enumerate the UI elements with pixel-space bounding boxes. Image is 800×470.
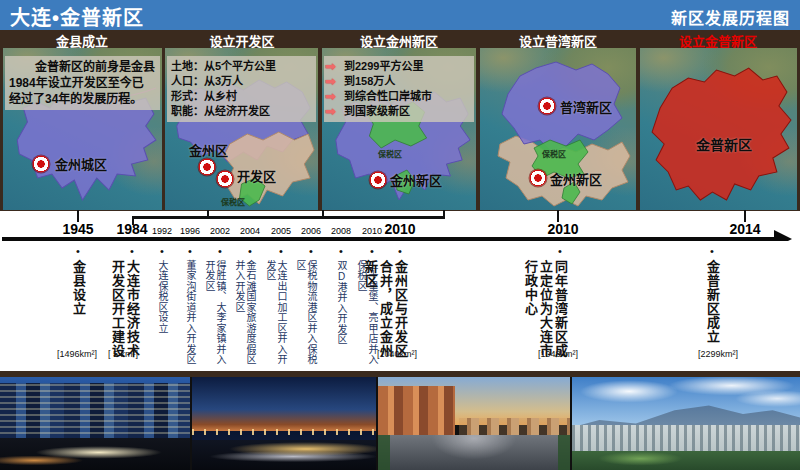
- photo-night-city: [0, 377, 190, 470]
- map-panel-1984: 土地：从5个平方公里 人口：从3万人 形式：从乡村 职能：从经济开发区 金州区 …: [165, 48, 318, 210]
- info-line: 到158万人: [344, 74, 395, 89]
- photo-sunset-boulevard: [378, 377, 570, 470]
- connector-tick: [443, 210, 445, 217]
- map-label: 开发区: [237, 166, 276, 185]
- event-2006: 保税物流港区并入保税区: [295, 260, 317, 371]
- intro-line: 1984年设立开发区至今已: [9, 75, 156, 91]
- area-label-2299: [2299km²]: [698, 349, 738, 359]
- infographic: 大连•金普新区 新区发展历程图 金县成立 设立开发区 设立金州新区 设立普湾新区…: [0, 0, 800, 470]
- event-bullet: •: [248, 245, 252, 257]
- map-marker: [199, 159, 216, 176]
- photo-road: [192, 440, 376, 470]
- event-bullet: •: [160, 245, 164, 257]
- event-bullet: •: [710, 245, 714, 257]
- event-1945: 金县设立: [71, 260, 86, 316]
- header-bar: 大连•金普新区 新区发展历程图: [0, 0, 800, 30]
- event-bullet: •: [279, 245, 283, 257]
- area-label-1048: [1048km²]: [538, 349, 578, 359]
- from-textbox: 土地：从5个平方公里 人口：从3万人 形式：从乡村 职能：从经济开发区: [167, 56, 316, 122]
- year-2010-a: 2010: [384, 221, 415, 237]
- map-label: 金普新区: [696, 134, 752, 154]
- event-2002: 得胜镇、大李家镇并入开发区: [204, 260, 226, 371]
- photo-park: [572, 451, 800, 470]
- photo-city: [572, 425, 800, 453]
- year-2008: 2008: [331, 226, 351, 236]
- photo-highway: [378, 435, 570, 470]
- right-arrow-icon: ➡: [325, 74, 343, 89]
- photo-city-panorama: [572, 377, 800, 470]
- year-2014: 2014: [729, 221, 760, 237]
- year-2006: 2006: [301, 226, 321, 236]
- page-subtitle: 新区发展历程图: [671, 5, 790, 29]
- event-bullet: •: [558, 245, 562, 257]
- connector-bracket: [132, 216, 445, 219]
- right-arrow-icon: ➡: [325, 104, 343, 119]
- right-arrow-icon: ➡: [325, 59, 343, 74]
- map-label: 金州新区: [550, 169, 602, 188]
- event-2004: 金石滩国家旅游度假区并入开发区: [234, 260, 256, 371]
- photo-road: [0, 438, 190, 470]
- event-2008: 双D港并入开发区: [336, 260, 347, 345]
- info-line: 形式：从乡村: [171, 89, 312, 104]
- year-1992: 1992: [152, 226, 172, 236]
- area-label-5: [ 5 km²]: [108, 349, 138, 359]
- info-line: 职能：从经济开发区: [171, 104, 312, 119]
- event-bullet: •: [76, 245, 80, 257]
- event-bullet: •: [398, 245, 402, 257]
- info-line: 到国家级新区: [344, 104, 410, 119]
- right-arrow-icon: ➡: [325, 89, 343, 104]
- year-1996: 1996: [180, 226, 200, 236]
- event-1996: 董家沟街道并入开发区: [185, 260, 196, 365]
- event-bullet: •: [188, 245, 192, 257]
- map-label: 金州城区: [55, 154, 107, 173]
- map-marker: [33, 156, 50, 173]
- event-bullet: •: [370, 245, 374, 257]
- map-panel-1945: 金普新区的前身是金县 1984年设立开发区至今已 经过了34年的发展历程。 金州…: [3, 48, 162, 210]
- info-line: 到综合性口岸城市: [344, 89, 432, 104]
- intro-textbox: 金普新区的前身是金县 1984年设立开发区至今已 经过了34年的发展历程。: [5, 56, 160, 110]
- map-marker: [370, 172, 387, 189]
- map-marker: [217, 171, 234, 188]
- event-2014: 金普新区成立: [705, 260, 720, 344]
- event-1992: 大连保税区设立: [157, 260, 168, 334]
- connector-tick: [207, 210, 209, 217]
- page-title: 大连•金普新区: [10, 2, 144, 31]
- map-marker: [539, 98, 556, 115]
- map-label: 普湾新区: [560, 97, 612, 116]
- map-panel-2010-puwan: 普湾新区 保税区 金州新区: [480, 48, 636, 210]
- map-panel-2014: 金普新区: [640, 48, 797, 210]
- map-2014-satellite: [640, 48, 797, 210]
- map-label: 金州区: [189, 140, 228, 159]
- map-marker: [530, 170, 547, 187]
- map-panel-2010-jinzhou: ➡到2299平方公里 ➡到158万人 ➡到综合性口岸城市 ➡到国家级新区 保税区…: [322, 48, 476, 210]
- photo-strip: [0, 377, 800, 470]
- event-list: • • • • • • • • • • • • • 金县设立 大连市经济技术开发…: [0, 241, 800, 371]
- map-label: 保税区: [542, 148, 566, 159]
- column-title-bar: 金县成立 设立开发区 设立金州新区 设立普湾新区 设立金普新区: [0, 30, 800, 48]
- event-bullet: •: [339, 245, 343, 257]
- photo-sky: [192, 377, 376, 431]
- photo-bridge-lights: [192, 429, 376, 435]
- photo-buildings-left: [378, 386, 455, 440]
- intro-line: 经过了34年的发展历程。: [9, 91, 156, 107]
- to-textbox: ➡到2299平方公里 ➡到158万人 ➡到综合性口岸城市 ➡到国家级新区: [324, 56, 474, 122]
- connector-tick: [322, 210, 324, 217]
- year-2005: 2005: [271, 226, 291, 236]
- map-label: 保税区: [378, 148, 402, 159]
- year-1984: 1984: [116, 221, 147, 237]
- year-1945: 1945: [62, 221, 93, 237]
- event-bullet: •: [218, 245, 222, 257]
- event-bullet: •: [130, 245, 134, 257]
- photo-buildings: [0, 383, 190, 441]
- map-row: 金普新区的前身是金县 1984年设立开发区至今已 经过了34年的发展历程。 金州…: [0, 48, 800, 211]
- photo-coastal-dusk: [192, 377, 376, 470]
- area-label-1496: [1496km²]: [57, 349, 97, 359]
- year-2010-b: 2010: [547, 221, 578, 237]
- event-2005: 大连出口加工区并入开发区: [265, 260, 287, 371]
- intro-line: 金普新区的前身是金县: [9, 59, 156, 75]
- info-line: 土地：从5个平方公里: [171, 59, 312, 74]
- year-2010-minor: 2010: [362, 226, 382, 236]
- map-label: 金州新区: [390, 170, 442, 189]
- area-label-1040: [1040km²]: [377, 349, 417, 359]
- info-line: 人口：从3万人: [171, 74, 312, 89]
